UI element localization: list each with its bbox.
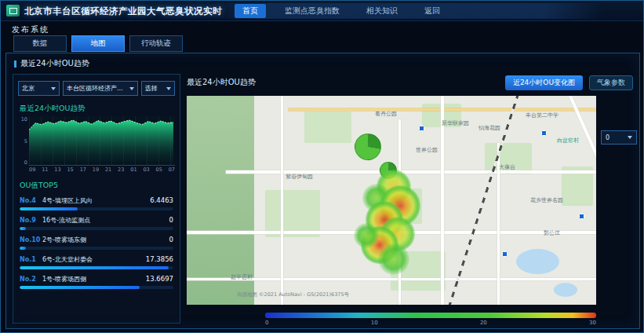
map-road <box>281 96 283 305</box>
progress-fill <box>20 266 169 269</box>
station-name: 4号-填埋区上风向 <box>42 196 150 205</box>
rank-label: No.10 <box>20 236 41 243</box>
rank-label: No.1 <box>20 256 41 263</box>
station-name: 2号-喷雾场东侧 <box>42 236 169 244</box>
metro-station-icon <box>541 130 547 136</box>
x-tick-label: 05 <box>156 166 162 173</box>
y-tick-label: 10 <box>18 116 27 123</box>
x-tick-label: 19 <box>93 166 99 173</box>
nav-item-back[interactable]: 返回 <box>417 4 448 18</box>
chart-area-fill <box>29 120 173 162</box>
chart-plot-area <box>29 116 175 166</box>
map-label: 郭公庄 <box>544 229 560 237</box>
map-label: 新华联家园 <box>442 119 469 127</box>
left-sidebar: 北京 丰台区循环经济产... 选择 最近24小时OU趋势 1050 <box>13 74 180 324</box>
map-section-title: 最近24小时OU趋势 <box>187 77 256 88</box>
heatmap-legend: 0 10 20 30 <box>265 313 596 326</box>
trend-chart-title: 最近24小时OU趋势 <box>20 104 173 114</box>
area-chart-svg <box>29 116 173 162</box>
nav-item-odor-index[interactable]: 监测点恶臭指数 <box>277 4 347 18</box>
metro-station-icon <box>502 251 508 257</box>
park-select[interactable]: 丰台区循环经济产... <box>63 81 138 96</box>
publish-system-label: 发布系统 <box>12 24 49 35</box>
city-select[interactable]: 北京 <box>18 81 60 96</box>
main-panel: 最近24小时OU趋势 北京 丰台区循环经济产... 选择 最近24小时OU趋势 <box>5 53 640 329</box>
rank-label: No.9 <box>20 217 41 224</box>
map-label: 赵辛店村 <box>231 273 253 281</box>
rank-label: No.2 <box>20 276 41 283</box>
map-park-patch <box>304 112 351 143</box>
map-header: 最近24小时OU趋势 近24小时OU变化图 气象参数 <box>187 74 633 91</box>
x-tick-label: 13 <box>54 166 60 173</box>
x-tick-label: 21 <box>105 166 111 173</box>
legend-tick: 30 <box>589 320 596 326</box>
map-side-select-value: 0 <box>606 134 624 141</box>
main-nav: 首页 监测点恶臭指数 相关知识 返回 <box>211 3 603 19</box>
map-label: 看丹公园 <box>375 110 397 118</box>
legend-ticks: 0 10 20 30 <box>265 320 596 326</box>
y-tick-label: 5 <box>18 138 27 145</box>
map-label: 世界公园 <box>416 146 438 154</box>
point-select-value: 选择 <box>145 84 164 93</box>
map-label: 大葆台 <box>499 163 515 171</box>
top5-title: OU值TOP5 <box>20 181 173 191</box>
x-tick-label: 03 <box>143 166 149 173</box>
x-tick-label: 11 <box>42 166 48 173</box>
map-park-patch <box>265 190 320 237</box>
map-label: 花乡世界名园 <box>530 196 563 204</box>
progress-fill <box>20 227 26 230</box>
chevron-down-icon <box>129 87 134 90</box>
x-tick-label: 15 <box>67 166 73 173</box>
ou-value: 13.6697 <box>146 275 173 283</box>
nav-item-home[interactable]: 首页 <box>235 4 266 18</box>
x-tick-label: 07 <box>169 166 175 173</box>
trend-chart: 1050 <box>18 116 175 166</box>
ou-value: 0 <box>169 216 173 224</box>
ou-value: 0 <box>169 236 173 243</box>
heatmap-blob <box>354 223 379 248</box>
rank-label: No.4 <box>20 197 41 204</box>
map-water <box>554 283 577 297</box>
tab-trajectory[interactable]: 行动轨迹 <box>129 35 183 52</box>
legend-tick: 20 <box>480 320 487 326</box>
weather-params-button[interactable]: 气象参数 <box>589 75 633 90</box>
park-select-value: 丰台区循环经济产... <box>67 84 127 93</box>
nav-item-knowledge[interactable]: 相关知识 <box>358 4 406 18</box>
top-header: 北京市丰台区循环经济产业园大气恶臭状况实时 首页 监测点恶臭指数 相关知识 返回 <box>1 1 643 21</box>
ou-value: 6.4463 <box>150 196 173 204</box>
page-title: 北京市丰台区循环经济产业园大气恶臭状况实时 <box>24 1 222 21</box>
chevron-down-icon <box>51 87 56 90</box>
map-water <box>516 249 559 274</box>
map-side-select[interactable]: 0 <box>601 130 637 145</box>
tab-data[interactable]: 数据 <box>13 35 67 52</box>
progress-track <box>20 247 173 250</box>
top5-row: No.10 2号-喷雾场东侧 0 <box>20 236 173 250</box>
top5-row: No.1 6号-北天堂村委会 17.3856 <box>20 255 173 269</box>
map-attribution: 高德地图 ©2021 AutoNavi - GS(2021)6375号 <box>237 291 349 298</box>
cluster-marker[interactable] <box>355 134 381 160</box>
chart-x-axis: 091113151719212301030507 <box>29 166 175 173</box>
filter-row: 北京 丰台区循环经济产... 选择 <box>18 81 175 96</box>
progress-track <box>20 207 173 210</box>
progress-fill <box>20 207 78 210</box>
map-label: 白盆窑村 <box>557 137 579 145</box>
x-tick-label: 23 <box>118 166 124 173</box>
map-label: 丰台第二中学 <box>526 112 558 119</box>
chevron-down-icon <box>628 136 632 139</box>
legend-gradient-bar <box>265 313 596 318</box>
tab-map[interactable]: 地图 <box>71 35 125 52</box>
map-label: 怡海花园 <box>478 124 500 132</box>
legend-tick: 0 <box>265 320 268 326</box>
view-tabs: 数据 地图 行动轨迹 <box>13 35 183 52</box>
station-name: 6号-北天堂村委会 <box>42 255 146 264</box>
top5-row: No.9 16号-流动监测点 0 <box>20 216 173 230</box>
ou-change-chart-button[interactable]: 近24小时OU变化图 <box>505 75 583 90</box>
dashboard: 北京市丰台区循环经济产业园大气恶臭状况实时 首页 监测点恶臭指数 相关知识 返回… <box>0 0 644 333</box>
chart-y-axis: 1050 <box>18 116 29 166</box>
map-canvas[interactable]: 看丹公园 新华联家园 丰台第二中学 白盆窑村 世界公园 大葆台 紫谷伊甸园 花乡… <box>187 96 596 305</box>
city-select-value: 北京 <box>22 84 49 93</box>
app-logo-icon <box>6 5 20 16</box>
progress-fill <box>20 247 26 250</box>
point-select[interactable]: 选择 <box>141 81 175 96</box>
station-name: 16号-流动监测点 <box>42 216 169 225</box>
